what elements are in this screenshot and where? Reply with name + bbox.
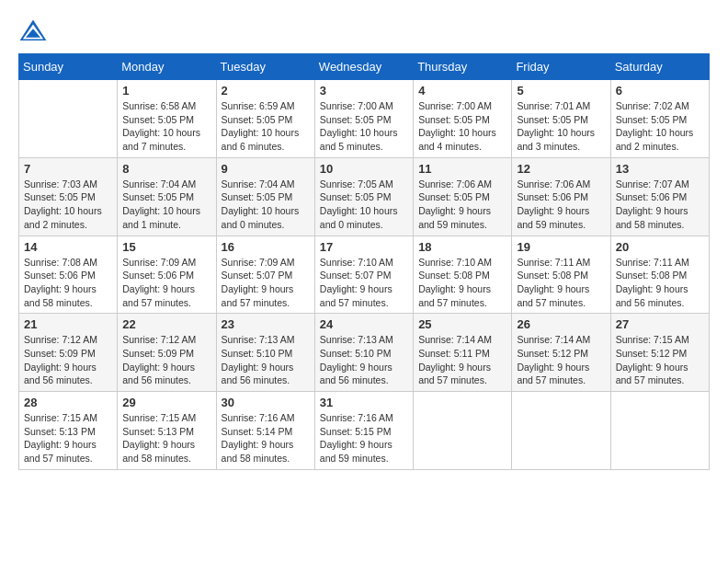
calendar-cell: 20Sunrise: 7:11 AMSunset: 5:08 PMDayligh…: [610, 236, 709, 314]
day-number: 30: [222, 396, 310, 409]
calendar-cell: 3Sunrise: 7:00 AMSunset: 5:05 PMDaylight…: [314, 80, 413, 158]
day-info: Sunrise: 7:10 AMSunset: 5:07 PMDaylight:…: [320, 256, 408, 310]
day-info: Sunrise: 7:15 AMSunset: 5:13 PMDaylight:…: [24, 411, 112, 465]
day-info: Sunrise: 7:09 AMSunset: 5:07 PMDaylight:…: [222, 256, 310, 310]
calendar-cell: 8Sunrise: 7:04 AMSunset: 5:05 PMDaylight…: [118, 157, 216, 236]
day-number: 8: [122, 162, 210, 176]
week-row-4: 21Sunrise: 7:12 AMSunset: 5:09 PMDayligh…: [19, 314, 710, 392]
calendar-cell: 18Sunrise: 7:10 AMSunset: 5:08 PMDayligh…: [414, 236, 512, 314]
day-number: 17: [320, 240, 408, 254]
day-number: 9: [222, 162, 310, 176]
calendar-cell: 4Sunrise: 7:00 AMSunset: 5:05 PMDaylight…: [414, 80, 512, 158]
week-row-3: 14Sunrise: 7:08 AMSunset: 5:06 PMDayligh…: [19, 236, 710, 314]
calendar-cell: [414, 392, 512, 470]
day-info: Sunrise: 7:04 AMSunset: 5:05 PMDaylight:…: [122, 178, 210, 232]
weekday-header-row: SundayMondayTuesdayWednesdayThursdayFrid…: [19, 54, 710, 80]
day-info: Sunrise: 7:15 AMSunset: 5:13 PMDaylight:…: [122, 411, 210, 465]
day-number: 31: [320, 396, 408, 409]
day-info: Sunrise: 7:12 AMSunset: 5:09 PMDaylight:…: [24, 333, 112, 387]
day-number: 1: [122, 84, 210, 98]
calendar-cell: 23Sunrise: 7:13 AMSunset: 5:10 PMDayligh…: [216, 314, 314, 392]
day-number: 7: [24, 162, 112, 176]
weekday-header-thursday: Thursday: [414, 54, 512, 80]
day-number: 18: [418, 240, 506, 254]
calendar-cell: 17Sunrise: 7:10 AMSunset: 5:07 PMDayligh…: [314, 236, 413, 314]
day-info: Sunrise: 6:59 AMSunset: 5:05 PMDaylight:…: [222, 99, 310, 154]
weekday-header-saturday: Saturday: [610, 54, 709, 80]
day-info: Sunrise: 7:15 AMSunset: 5:12 PMDaylight:…: [616, 333, 704, 387]
weekday-header-friday: Friday: [512, 54, 610, 80]
day-number: 26: [517, 317, 605, 331]
day-number: 6: [616, 84, 704, 98]
day-number: 4: [418, 84, 506, 98]
day-number: 10: [320, 162, 408, 176]
calendar-cell: 7Sunrise: 7:03 AMSunset: 5:05 PMDaylight…: [19, 157, 118, 236]
day-info: Sunrise: 7:16 AMSunset: 5:15 PMDaylight:…: [320, 411, 408, 465]
day-number: 16: [222, 240, 310, 254]
day-number: 21: [24, 317, 112, 331]
day-number: 28: [24, 396, 112, 409]
day-info: Sunrise: 7:01 AMSunset: 5:05 PMDaylight:…: [517, 99, 605, 154]
day-info: Sunrise: 7:16 AMSunset: 5:14 PMDaylight:…: [222, 411, 310, 465]
day-number: 20: [616, 240, 704, 254]
weekday-header-monday: Monday: [118, 54, 216, 80]
calendar-cell: 21Sunrise: 7:12 AMSunset: 5:09 PMDayligh…: [19, 314, 118, 392]
day-number: 22: [122, 317, 210, 331]
day-number: 23: [222, 317, 310, 331]
calendar-cell: 1Sunrise: 6:58 AMSunset: 5:05 PMDaylight…: [118, 80, 216, 158]
day-info: Sunrise: 7:06 AMSunset: 5:05 PMDaylight:…: [418, 178, 506, 232]
day-info: Sunrise: 7:14 AMSunset: 5:11 PMDaylight:…: [418, 333, 506, 387]
day-number: 13: [616, 162, 704, 176]
calendar-cell: 27Sunrise: 7:15 AMSunset: 5:12 PMDayligh…: [610, 314, 709, 392]
day-number: 2: [222, 84, 310, 98]
logo: [18, 18, 51, 44]
day-info: Sunrise: 7:08 AMSunset: 5:06 PMDaylight:…: [24, 256, 112, 310]
weekday-header-tuesday: Tuesday: [216, 54, 314, 80]
day-info: Sunrise: 7:00 AMSunset: 5:05 PMDaylight:…: [320, 99, 408, 154]
day-info: Sunrise: 7:00 AMSunset: 5:05 PMDaylight:…: [418, 99, 506, 154]
weekday-header-sunday: Sunday: [19, 54, 118, 80]
day-number: 27: [616, 317, 704, 331]
calendar-cell: 30Sunrise: 7:16 AMSunset: 5:14 PMDayligh…: [216, 392, 314, 470]
calendar-cell: 28Sunrise: 7:15 AMSunset: 5:13 PMDayligh…: [19, 392, 118, 470]
day-number: 24: [320, 317, 408, 331]
calendar-cell: 12Sunrise: 7:06 AMSunset: 5:06 PMDayligh…: [512, 157, 610, 236]
calendar-cell: 25Sunrise: 7:14 AMSunset: 5:11 PMDayligh…: [414, 314, 512, 392]
day-info: Sunrise: 7:13 AMSunset: 5:10 PMDaylight:…: [320, 333, 408, 387]
calendar-cell: 29Sunrise: 7:15 AMSunset: 5:13 PMDayligh…: [118, 392, 216, 470]
day-info: Sunrise: 7:09 AMSunset: 5:06 PMDaylight:…: [122, 256, 210, 310]
day-info: Sunrise: 7:11 AMSunset: 5:08 PMDaylight:…: [517, 256, 605, 310]
day-info: Sunrise: 7:03 AMSunset: 5:05 PMDaylight:…: [24, 178, 112, 232]
calendar-cell: 2Sunrise: 6:59 AMSunset: 5:05 PMDaylight…: [216, 80, 314, 158]
calendar-cell: 19Sunrise: 7:11 AMSunset: 5:08 PMDayligh…: [512, 236, 610, 314]
day-info: Sunrise: 7:10 AMSunset: 5:08 PMDaylight:…: [418, 256, 506, 310]
day-info: Sunrise: 7:04 AMSunset: 5:05 PMDaylight:…: [222, 178, 310, 232]
calendar-cell: 24Sunrise: 7:13 AMSunset: 5:10 PMDayligh…: [314, 314, 413, 392]
day-number: 11: [418, 162, 506, 176]
day-info: Sunrise: 7:05 AMSunset: 5:05 PMDaylight:…: [320, 178, 408, 232]
page-header: [18, 18, 710, 44]
calendar-cell: 15Sunrise: 7:09 AMSunset: 5:06 PMDayligh…: [118, 236, 216, 314]
week-row-2: 7Sunrise: 7:03 AMSunset: 5:05 PMDaylight…: [19, 157, 710, 236]
calendar-cell: 31Sunrise: 7:16 AMSunset: 5:15 PMDayligh…: [314, 392, 413, 470]
calendar-cell: 5Sunrise: 7:01 AMSunset: 5:05 PMDaylight…: [512, 80, 610, 158]
calendar-cell: 13Sunrise: 7:07 AMSunset: 5:06 PMDayligh…: [610, 157, 709, 236]
calendar-cell: 16Sunrise: 7:09 AMSunset: 5:07 PMDayligh…: [216, 236, 314, 314]
day-number: 19: [517, 240, 605, 254]
day-number: 14: [24, 240, 112, 254]
logo-icon: [18, 18, 48, 44]
day-info: Sunrise: 6:58 AMSunset: 5:05 PMDaylight:…: [122, 99, 210, 154]
calendar-cell: 11Sunrise: 7:06 AMSunset: 5:05 PMDayligh…: [414, 157, 512, 236]
calendar-cell: 26Sunrise: 7:14 AMSunset: 5:12 PMDayligh…: [512, 314, 610, 392]
day-info: Sunrise: 7:07 AMSunset: 5:06 PMDaylight:…: [616, 178, 704, 232]
day-info: Sunrise: 7:12 AMSunset: 5:09 PMDaylight:…: [122, 333, 210, 387]
calendar-cell: [19, 80, 118, 158]
day-number: 12: [517, 162, 605, 176]
day-info: Sunrise: 7:11 AMSunset: 5:08 PMDaylight:…: [616, 256, 704, 310]
day-number: 15: [122, 240, 210, 254]
day-info: Sunrise: 7:02 AMSunset: 5:05 PMDaylight:…: [616, 99, 704, 154]
day-number: 3: [320, 84, 408, 98]
week-row-1: 1Sunrise: 6:58 AMSunset: 5:05 PMDaylight…: [19, 80, 710, 158]
calendar-cell: [512, 392, 610, 470]
day-number: 29: [122, 396, 210, 409]
